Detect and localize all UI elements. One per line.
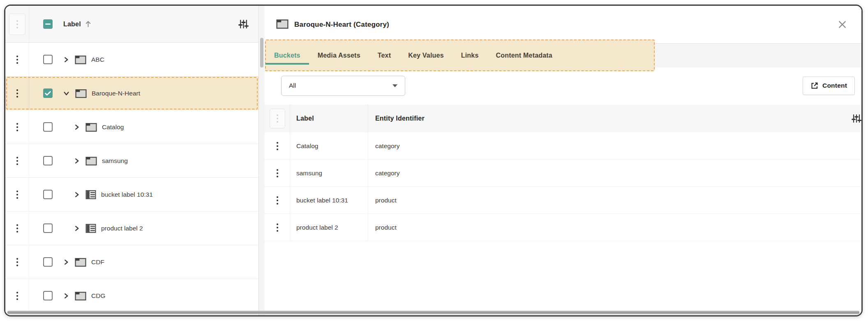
row-checkbox[interactable] bbox=[43, 223, 53, 233]
row-checkbox[interactable] bbox=[43, 257, 53, 267]
tree-row-main: bucket label 10:31 bbox=[29, 178, 259, 211]
chevron-right-icon[interactable] bbox=[74, 192, 80, 198]
folder-icon bbox=[276, 19, 289, 31]
detail-panel: Baroque-N-Heart (Category) BucketsMedia … bbox=[265, 6, 861, 315]
chevron-right-icon[interactable] bbox=[74, 124, 80, 130]
col-header-entity-identifier: Entity Identifier bbox=[368, 105, 832, 133]
tab-label: Text bbox=[378, 52, 391, 59]
tab-key-values[interactable]: Key Values bbox=[399, 44, 452, 67]
tree-row-main: Catalog bbox=[29, 110, 259, 144]
tab-label: Content Metadata bbox=[496, 52, 552, 59]
row-checkbox[interactable] bbox=[43, 55, 53, 64]
bucket-toolbar: All Content bbox=[265, 67, 861, 100]
row-checkbox[interactable] bbox=[43, 156, 53, 165]
row-kebab-menu[interactable] bbox=[265, 187, 290, 214]
folder-icon bbox=[85, 156, 97, 166]
table-handle-col bbox=[265, 105, 290, 133]
tab-links[interactable]: Links bbox=[452, 44, 487, 67]
table-filter-button[interactable] bbox=[852, 114, 861, 123]
tree-row-main: ABC bbox=[29, 43, 259, 76]
tree-row-label: ABC bbox=[91, 56, 104, 63]
label-column-header[interactable]: Label bbox=[63, 21, 81, 28]
bucket-row-product-label-2[interactable]: product label 2product bbox=[265, 214, 861, 241]
tree-row-label: Baroque-N-Heart bbox=[92, 90, 140, 97]
horizontal-scrollbar-thumb[interactable] bbox=[7, 311, 859, 314]
drag-handle-icon[interactable] bbox=[270, 109, 285, 128]
vertical-scrollbar-thumb[interactable] bbox=[260, 38, 263, 67]
tree-row-main: samsung bbox=[29, 144, 259, 177]
tab-list: BucketsMedia AssetsTextKey ValuesLinksCo… bbox=[265, 44, 561, 67]
row-checkbox[interactable] bbox=[43, 190, 53, 199]
cell-label-text: samsung bbox=[296, 170, 322, 177]
tab-label: Media Assets bbox=[318, 52, 360, 59]
bucket-row-samsung[interactable]: samsungcategory bbox=[265, 160, 861, 187]
tab-media-assets[interactable]: Media Assets bbox=[309, 44, 369, 67]
tree-row-label: samsung bbox=[102, 157, 128, 165]
tree-body: ABCBaroque-N-HeartCatalogsamsungbucket l… bbox=[5, 43, 259, 315]
cell-entity-identifier: product bbox=[368, 187, 832, 214]
col-header-label-text: Label bbox=[296, 115, 314, 122]
buckets-table-body: Catalogcategorysamsungcategorybucket lab… bbox=[265, 133, 861, 241]
select-all-checkbox[interactable] bbox=[43, 19, 53, 29]
detail-header: Baroque-N-Heart (Category) bbox=[265, 6, 861, 44]
chevron-right-icon[interactable] bbox=[74, 158, 80, 164]
row-kebab-menu[interactable] bbox=[265, 214, 290, 241]
row-kebab-menu[interactable] bbox=[5, 279, 29, 312]
cell-entity-text: product bbox=[375, 197, 397, 204]
tree-row-cdg[interactable]: CDG bbox=[5, 279, 259, 313]
row-checkbox[interactable] bbox=[43, 88, 53, 98]
cell-entity-identifier: category bbox=[368, 160, 832, 186]
row-kebab-menu[interactable] bbox=[5, 43, 29, 76]
tab-text[interactable]: Text bbox=[369, 44, 400, 67]
chevron-down-icon[interactable] bbox=[63, 91, 69, 96]
row-kebab-menu[interactable] bbox=[5, 110, 29, 144]
row-kebab-menu[interactable] bbox=[265, 160, 290, 186]
tree-row-main: CDF bbox=[29, 245, 259, 279]
bucket-row-bucket-label-10-31[interactable]: bucket label 10:31product bbox=[265, 187, 861, 214]
tree-row-bucket-label-10-31[interactable]: bucket label 10:31 bbox=[5, 178, 259, 212]
sort-ascending-icon[interactable] bbox=[85, 20, 92, 28]
tree-row-catalog[interactable]: Catalog bbox=[5, 110, 259, 144]
chevron-right-icon[interactable] bbox=[63, 259, 69, 265]
tab-label: Key Values bbox=[408, 52, 444, 59]
tree-row-label: Catalog bbox=[102, 123, 124, 131]
col-header-entity-text: Entity Identifier bbox=[375, 115, 425, 122]
tree-row-product-label-2[interactable]: product label 2 bbox=[5, 212, 259, 245]
row-kebab-menu[interactable] bbox=[5, 212, 29, 245]
bucket-row-catalog[interactable]: Catalogcategory bbox=[265, 133, 861, 160]
row-checkbox[interactable] bbox=[43, 291, 53, 300]
row-checkbox[interactable] bbox=[43, 122, 53, 132]
tune-icon bbox=[238, 19, 249, 29]
row-kebab-menu[interactable] bbox=[5, 144, 29, 177]
cell-label-text: product label 2 bbox=[296, 224, 338, 231]
kebab-dots-icon bbox=[277, 114, 278, 123]
row-kebab-menu[interactable] bbox=[5, 245, 29, 279]
cell-label: bucket label 10:31 bbox=[290, 187, 368, 214]
content-button[interactable]: Content bbox=[803, 77, 855, 95]
tree-row-baroque-n-heart[interactable]: Baroque-N-Heart bbox=[5, 77, 259, 110]
chevron-right-icon[interactable] bbox=[63, 293, 69, 299]
row-kebab-menu[interactable] bbox=[265, 133, 290, 159]
row-kebab-menu[interactable] bbox=[5, 77, 29, 110]
content-button-label: Content bbox=[822, 82, 847, 89]
tab-content-metadata[interactable]: Content Metadata bbox=[487, 44, 561, 67]
tab-buckets[interactable]: Buckets bbox=[265, 44, 309, 67]
tree-filter-button[interactable] bbox=[238, 19, 249, 29]
tree-row-cdf[interactable]: CDF bbox=[5, 245, 259, 279]
chevron-right-icon[interactable] bbox=[74, 226, 80, 231]
chevron-right-icon[interactable] bbox=[63, 57, 69, 63]
bucket-type-select[interactable]: All bbox=[281, 76, 405, 96]
tab-label: Buckets bbox=[274, 52, 300, 59]
bucket-icon bbox=[85, 190, 96, 200]
drag-handle-icon[interactable] bbox=[9, 14, 25, 35]
bucket-icon bbox=[85, 223, 96, 233]
kebab-menu-icon bbox=[16, 258, 18, 266]
cell-entity-identifier: category bbox=[368, 133, 832, 159]
row-kebab-menu[interactable] bbox=[5, 178, 29, 211]
kebab-menu-icon bbox=[16, 89, 18, 98]
tree-header-main: Label bbox=[29, 6, 259, 42]
tree-row-samsung[interactable]: samsung bbox=[5, 144, 259, 178]
close-button[interactable] bbox=[836, 19, 848, 30]
tree-row-abc[interactable]: ABC bbox=[5, 43, 259, 77]
table-filter-col bbox=[832, 105, 861, 133]
